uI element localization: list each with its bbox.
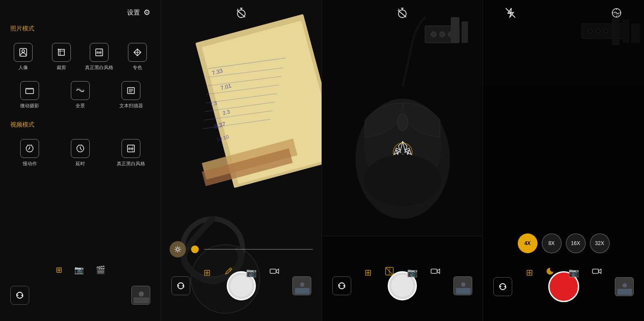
slowmo-label: 慢动作 xyxy=(23,160,37,167)
svg-rect-11 xyxy=(29,88,30,90)
svg-rect-77 xyxy=(389,267,390,275)
mode-crop[interactable]: 裁剪 xyxy=(43,38,81,76)
macro-icon xyxy=(20,81,39,100)
bw-label: 真正黑白风格 xyxy=(85,64,113,71)
no-flash-icon[interactable] xyxy=(504,7,516,21)
camera-icon3[interactable]: 📷 xyxy=(407,267,418,278)
slowmo-icon xyxy=(20,139,39,158)
bw-video-icon: BW xyxy=(122,139,140,158)
zoom-4x-label: 4X xyxy=(524,240,531,246)
flip-camera-btn2[interactable] xyxy=(171,276,190,295)
svg-point-55 xyxy=(300,282,304,287)
no-timer-icon3[interactable] xyxy=(396,7,408,21)
svg-point-86 xyxy=(604,29,608,33)
shutter-button-empty xyxy=(66,281,95,310)
flip-camera-btn[interactable] xyxy=(10,286,29,305)
gallery-thumbnail2[interactable] xyxy=(292,276,311,295)
svg-rect-13 xyxy=(32,88,33,90)
mode-slowmo[interactable]: 慢动作 xyxy=(4,134,55,172)
gallery-thumbnail3[interactable] xyxy=(453,276,472,295)
gallery-thumbnail4[interactable] xyxy=(615,277,634,296)
zoom-8x-label: 8X xyxy=(548,240,555,246)
panel-menu: 设置 ⚙ 照片模式 人像 xyxy=(0,0,161,321)
svg-rect-88 xyxy=(623,19,629,43)
zoom-16x-label: 16X xyxy=(571,240,580,246)
svg-rect-78 xyxy=(431,269,437,273)
photo-section-title: 照片模式 xyxy=(0,21,161,38)
svg-point-59 xyxy=(431,32,436,37)
svg-rect-10 xyxy=(28,88,29,90)
mode-bw-video[interactable]: BW 真正黑白风格 xyxy=(106,134,156,172)
exposure-row xyxy=(161,241,322,257)
mode-selector: ⊞ 📷 🎬 xyxy=(0,261,161,277)
color-label: 专色 xyxy=(133,64,142,71)
svg-rect-56 xyxy=(295,288,310,294)
svg-rect-89 xyxy=(631,24,640,43)
mode-macro[interactable]: 微动摄影 xyxy=(4,76,55,114)
moon-icon[interactable] xyxy=(546,266,556,278)
video-icon4[interactable] xyxy=(592,266,601,278)
shutter-row xyxy=(0,277,161,315)
exposure-line xyxy=(204,249,313,250)
mode-panorama[interactable]: 全景 xyxy=(55,76,106,114)
mode-portrait[interactable]: 人像 xyxy=(4,38,43,76)
camera-icon2[interactable]: 📷 xyxy=(246,267,257,278)
filter-icon[interactable] xyxy=(385,266,394,278)
svg-point-80 xyxy=(461,282,465,287)
flip-camera-btn3[interactable] xyxy=(332,276,351,295)
timelapse-icon xyxy=(71,139,90,158)
stabilize-icon[interactable] xyxy=(611,7,623,21)
photo-mode-grid-2: 微动摄影 全景 文本扫描器 xyxy=(0,76,161,114)
svg-rect-9 xyxy=(27,88,27,90)
scan-icon xyxy=(122,81,140,100)
video-icon3[interactable] xyxy=(431,266,440,278)
camera-icon4[interactable]: 📷 xyxy=(568,267,579,278)
svg-rect-100 xyxy=(617,289,632,295)
grid-mode-btn[interactable]: ⊞ xyxy=(56,265,62,275)
svg-point-1 xyxy=(22,50,24,52)
flip-camera-btn4[interactable] xyxy=(493,277,512,296)
svg-point-99 xyxy=(623,283,627,288)
zoom-16x-btn[interactable]: 16X xyxy=(566,233,586,253)
scan-label: 文本扫描器 xyxy=(119,103,143,109)
grid-icon2[interactable]: ⊞ xyxy=(204,267,211,278)
settings-gear-icon[interactable]: ⚙ xyxy=(143,8,150,17)
panel-night: 4X 8X 16X 32X ⊞ 📷 xyxy=(483,0,644,321)
photo-mode-btn[interactable]: 📷 xyxy=(74,265,84,275)
grid-icon4[interactable]: ⊞ xyxy=(526,267,533,278)
svg-point-60 xyxy=(440,32,445,37)
svg-line-74 xyxy=(398,9,399,10)
zoom-row: 4X 8X 16X 32X xyxy=(483,233,644,253)
exposure-circle-btn[interactable] xyxy=(170,241,186,257)
no-timer-icon2[interactable] xyxy=(235,7,247,21)
svg-rect-81 xyxy=(456,288,471,294)
video-section-title: 视频模式 xyxy=(0,118,161,134)
gallery-thumbnail[interactable] xyxy=(131,286,150,305)
svg-rect-97 xyxy=(592,269,598,273)
macro-label: 微动摄影 xyxy=(20,103,39,109)
zoom-4x-btn[interactable]: 4X xyxy=(518,233,538,253)
video-mode-btn[interactable]: 🎬 xyxy=(96,265,105,275)
video-mode-grid: 慢动作 延时 BW 真正黑白风格 xyxy=(0,134,161,172)
mode-bw[interactable]: BW 真正黑白风格 xyxy=(80,38,118,76)
panel2-top-icons xyxy=(161,7,322,21)
zoom-8x-btn[interactable]: 8X xyxy=(542,233,562,253)
svg-point-66 xyxy=(398,114,408,131)
video-icon2[interactable] xyxy=(270,266,279,278)
eyedropper-icon[interactable] xyxy=(224,266,233,278)
crop-icon xyxy=(52,43,71,62)
svg-rect-24 xyxy=(134,297,149,303)
mode-scan[interactable]: 文本扫描器 xyxy=(106,76,156,114)
svg-point-68 xyxy=(364,154,441,206)
portrait-label: 人像 xyxy=(18,64,28,71)
svg-point-84 xyxy=(588,29,592,33)
zoom-32x-btn[interactable]: 32X xyxy=(590,233,610,253)
crop-label: 裁剪 xyxy=(57,64,66,71)
zoom-32x-label: 32X xyxy=(595,240,604,246)
exposure-dot[interactable] xyxy=(191,245,199,253)
mode-color[interactable]: 专色 xyxy=(118,38,157,76)
grid-icon3[interactable]: ⊞ xyxy=(365,267,372,278)
panel4-toolbar: ⊞ 📷 xyxy=(483,266,644,278)
color-icon xyxy=(128,43,147,62)
mode-timelapse[interactable]: 延时 xyxy=(55,134,106,172)
